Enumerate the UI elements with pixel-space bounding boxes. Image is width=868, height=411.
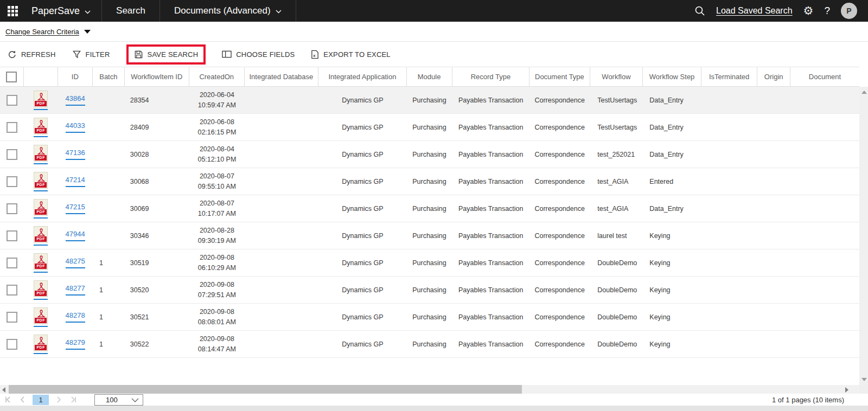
pdf-document-link[interactable]: PDF	[34, 118, 48, 137]
created-on-cell: 2020-08-0709:55:10 AM	[189, 168, 245, 195]
workflow-step-cell: Data_Entry	[643, 141, 701, 168]
column-header-module[interactable]: Module	[407, 67, 452, 86]
origin-cell	[758, 304, 791, 330]
document-id-link[interactable]: 43864	[66, 94, 85, 106]
document-id-link[interactable]: 48278	[66, 311, 85, 323]
column-header-workflowitem-id[interactable]: WorkflowItem ID	[125, 67, 189, 86]
nav-tab-search[interactable]: Search	[102, 0, 159, 22]
column-header-createdon[interactable]: CreatedOn	[189, 67, 245, 86]
search-icon[interactable]	[694, 5, 705, 16]
document-id-link[interactable]: 47136	[66, 149, 85, 160]
criteria-dropdown-icon[interactable]	[84, 30, 91, 34]
help-icon[interactable]: ?	[824, 5, 830, 17]
pdf-document-link[interactable]: PDF	[34, 91, 48, 110]
horizontal-scrollbar-thumb[interactable]	[9, 385, 522, 394]
column-header-record-type[interactable]: Record Type	[452, 67, 530, 86]
id-cell: 47136	[58, 141, 92, 168]
nav-tab-documents-advanced[interactable]: Documents (Advanced)	[160, 0, 296, 22]
change-search-criteria-link[interactable]: Change Search Criteria	[5, 28, 79, 36]
pdf-file-icon: PDF	[34, 91, 48, 107]
scroll-left-arrow-icon[interactable]	[2, 387, 5, 393]
document-type-cell: Correspondence	[529, 87, 590, 113]
document-id-link[interactable]: 47944	[66, 230, 85, 241]
nav-app-title[interactable]: PaperSave	[25, 0, 101, 22]
user-avatar[interactable]: P	[841, 3, 857, 19]
document-id-link[interactable]: 48275	[66, 257, 85, 268]
pager-last-button[interactable]	[69, 396, 77, 403]
horizontal-scrollbar[interactable]	[0, 385, 859, 394]
vertical-scrollbar[interactable]	[859, 87, 868, 385]
pager-first-button[interactable]	[4, 396, 12, 403]
pdf-badge-label: PDF	[35, 264, 47, 269]
choose-fields-button[interactable]: CHOOSE FIELDS	[222, 50, 295, 59]
column-header-document[interactable]: Document	[790, 67, 859, 86]
id-cell: 48275	[58, 249, 92, 276]
created-date: 2020-08-07	[200, 171, 234, 182]
column-header-batch[interactable]: Batch	[93, 67, 125, 86]
pager-summary: 1 of 1 pages (10 items)	[772, 396, 844, 404]
page-size-select[interactable]: 100	[94, 394, 143, 406]
filter-button[interactable]: FILTER	[72, 50, 110, 59]
column-header-integrated-database[interactable]: Integrated Database	[245, 67, 319, 86]
pager-current-page[interactable]: 1	[33, 395, 49, 405]
pdf-document-link[interactable]: PDF	[34, 335, 48, 354]
module-cell: Purchasing	[406, 114, 452, 140]
column-header-integrated-application[interactable]: Integrated Application	[318, 67, 406, 86]
document-id-link[interactable]: 47214	[66, 176, 85, 187]
document-id-link[interactable]: 47215	[66, 203, 85, 214]
column-header-isterminated[interactable]: IsTerminated	[701, 67, 758, 86]
row-checkbox[interactable]	[7, 285, 17, 296]
row-checkbox[interactable]	[7, 230, 17, 241]
pdf-document-link[interactable]: PDF	[34, 145, 48, 164]
pdf-document-link[interactable]: PDF	[34, 253, 48, 273]
pdf-document-link[interactable]: PDF	[34, 172, 48, 191]
integrated-application-cell: Dynamics GP	[318, 141, 406, 168]
document-id-link[interactable]: 44033	[66, 121, 85, 133]
scroll-down-arrow-icon[interactable]	[861, 378, 867, 381]
column-header-workflow-step[interactable]: Workflow Step	[643, 67, 701, 86]
row-checkbox[interactable]	[7, 176, 17, 187]
workflow-item-id-cell: 30519	[125, 249, 189, 276]
column-header-workflow[interactable]: Workflow	[590, 67, 643, 86]
pdf-badge-label: PDF	[35, 318, 47, 323]
integrated-application-cell: Dynamics GP	[318, 168, 406, 195]
row-checkbox[interactable]	[7, 312, 17, 323]
origin-cell	[758, 168, 791, 195]
export-to-excel-button[interactable]: x EXPORT TO EXCEL	[311, 50, 390, 59]
pdf-document-link[interactable]: PDF	[34, 199, 48, 219]
svg-text:x: x	[314, 53, 316, 57]
save-search-button[interactable]: SAVE SEARCH	[134, 50, 199, 59]
pdf-cell: PDF	[24, 114, 58, 140]
load-saved-search-link[interactable]: Load Saved Search	[716, 6, 793, 16]
row-checkbox[interactable]	[7, 203, 17, 214]
refresh-button[interactable]: REFRESH	[8, 50, 56, 59]
created-date: 2020-09-08	[200, 307, 234, 317]
row-checkbox[interactable]	[7, 122, 17, 133]
document-cell	[790, 222, 859, 249]
created-date: 2020-06-08	[200, 117, 234, 127]
row-checkbox[interactable]	[7, 149, 17, 160]
row-checkbox[interactable]	[7, 258, 17, 268]
scroll-right-arrow-icon[interactable]	[845, 387, 848, 393]
column-header-document-type[interactable]: Document Type	[529, 67, 590, 86]
row-checkbox[interactable]	[7, 95, 17, 106]
pdf-document-link[interactable]: PDF	[34, 280, 48, 300]
pdf-document-link[interactable]: PDF	[34, 307, 48, 327]
select-all-checkbox[interactable]	[6, 72, 17, 82]
pager-next-button[interactable]	[56, 396, 62, 403]
column-header-origin[interactable]: Origin	[757, 67, 790, 86]
column-header-id[interactable]: ID	[58, 67, 93, 86]
record-type-cell: Payables Transaction	[452, 331, 529, 357]
scroll-up-arrow-icon[interactable]	[861, 91, 867, 94]
document-id-link[interactable]: 48279	[66, 338, 85, 350]
app-launcher-icon[interactable]	[0, 0, 25, 22]
pdf-document-link[interactable]: PDF	[34, 226, 48, 246]
row-checkbox[interactable]	[7, 339, 17, 350]
batch-cell	[93, 87, 125, 113]
id-cell: 43864	[58, 87, 92, 113]
document-id-link[interactable]: 48277	[66, 284, 85, 296]
settings-gear-icon[interactable]: ⚙	[803, 5, 814, 17]
created-on-cell: 2020-09-0806:10:29 AM	[189, 249, 245, 276]
pager-prev-button[interactable]	[20, 396, 25, 403]
document-type-cell: Correspondence	[529, 277, 590, 303]
